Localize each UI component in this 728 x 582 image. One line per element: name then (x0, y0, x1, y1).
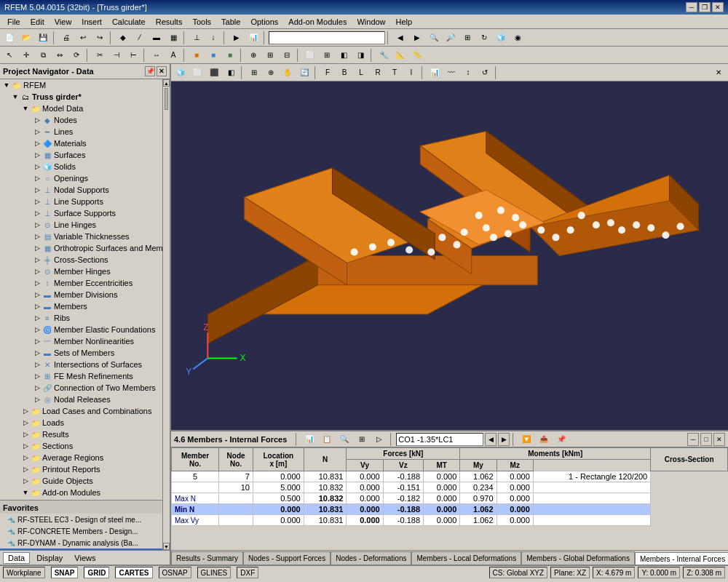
sec-expand[interactable]: ▷ (20, 441, 31, 451)
vt-front[interactable]: F (320, 65, 336, 80)
vt-deform[interactable]: 〰 (443, 65, 459, 80)
tree-connection[interactable]: ▷ 🔗 Connection of Two Members (0, 382, 162, 394)
close-button[interactable]: ✕ (712, 2, 724, 12)
cs-expand[interactable]: ▷ (32, 255, 42, 265)
toolbar2-copy[interactable]: ⧉ (35, 48, 51, 63)
toolbar-print[interactable]: 🖨 (58, 31, 74, 45)
toolbar-save[interactable]: 💾 (35, 31, 51, 45)
toolbar2-dim[interactable]: ↔ (149, 48, 165, 63)
tree-mem-elastic[interactable]: ▷ 🌀 Member Elastic Foundations (0, 324, 162, 335)
toolbar-nodes[interactable]: ◆ (115, 31, 131, 45)
bt-close[interactable]: ✕ (713, 433, 725, 446)
int-expand[interactable]: ▷ (32, 359, 42, 370)
ar-expand[interactable]: ▷ (20, 453, 31, 463)
model-expand[interactable]: ▼ (20, 103, 31, 113)
tab-nodes-support[interactable]: Nodes - Support Forces (243, 551, 331, 565)
scroll-down-btn[interactable]: ▼ (163, 543, 170, 550)
tree-var-thick[interactable]: ▷ ▤ Variable Thicknesses (0, 231, 162, 242)
toolbar2-view4[interactable]: ◨ (352, 48, 368, 63)
status-dxf[interactable]: DXF (237, 567, 258, 578)
tree-truss[interactable]: ▼ 🗂 Truss girder* (0, 91, 162, 103)
table-row[interactable]: 5 7 0.000 10.831 0.000 -0.188 0.000 1.06… (172, 471, 728, 482)
scroll-up-btn[interactable]: ▲ (163, 79, 170, 87)
surf-expand[interactable]: ▷ (32, 150, 42, 160)
vt-render-mode[interactable]: 🧊 (173, 65, 189, 80)
am-expand[interactable]: ▼ (20, 487, 31, 498)
tree-materials[interactable]: ▷ 🔷 Materials (0, 137, 162, 149)
toolbar2-color2[interactable]: ■ (205, 48, 221, 63)
status-glines[interactable]: GLINES (197, 567, 232, 578)
bt-btn1[interactable]: 📊 (301, 432, 317, 447)
lc-expand[interactable]: ▷ (20, 406, 31, 416)
vt-hidden[interactable]: ◧ (223, 65, 239, 80)
tree-sets-members[interactable]: ▷ ▬ Sets of Members (0, 347, 162, 359)
toolbar2-grid[interactable]: ⊞ (262, 48, 278, 63)
tree-nodal-supports[interactable]: ▷ ⊥ Nodal Supports (0, 184, 162, 196)
vt-top[interactable]: T (387, 65, 403, 80)
toolbar2-extend[interactable]: ⊢ (125, 48, 141, 63)
fav-rfsteel-ec3[interactable]: 🔩 RF-STEEL EC3 - Design of steel me... (0, 514, 162, 525)
solids-expand[interactable]: ▷ (32, 162, 42, 172)
ss-expand[interactable]: ▷ (32, 208, 42, 218)
vt-zoom-all[interactable]: ⊞ (246, 65, 262, 80)
nav-tab-views[interactable]: Views (69, 552, 100, 564)
mat-expand[interactable]: ▷ (32, 138, 42, 148)
mef-expand[interactable]: ▷ (32, 324, 42, 335)
toolbar2-mirror[interactable]: ⇔ (52, 48, 68, 63)
menu-table[interactable]: Table (217, 16, 245, 28)
sm-expand[interactable]: ▷ (32, 348, 42, 358)
table-row-min-n[interactable]: Min N 0.000 10.831 0.000 -0.188 0.000 1.… (172, 504, 728, 515)
status-grid[interactable]: GRID (84, 567, 109, 578)
toolbar2-more3[interactable]: 📏 (409, 48, 425, 63)
ls-expand[interactable]: ▷ (32, 196, 42, 207)
tree-ribs[interactable]: ▷ ≡ Ribs (0, 312, 162, 324)
toolbar-nav-fwd[interactable]: ▶ (409, 31, 425, 45)
fav-rfdynam[interactable]: 🔩 RF-DYNAM - Dynamic analysis (Ba... (0, 537, 162, 549)
tree-mem-nonlin[interactable]: ▷ 〰 Member Nonlinearities (0, 335, 162, 347)
nav-tab-display[interactable]: Display (31, 552, 68, 564)
toolbar-zoom2[interactable]: 🔎 (443, 31, 459, 45)
toolbar-redo[interactable]: ↪ (92, 31, 108, 45)
nav-pin-btn[interactable]: 📌 (145, 66, 155, 76)
lh-expand[interactable]: ▷ (32, 220, 42, 230)
mnl-expand[interactable]: ▷ (32, 336, 42, 346)
toolbar-render[interactable]: ◉ (510, 31, 526, 45)
toolbar2-label[interactable]: A (165, 48, 181, 63)
tree-lines[interactable]: ▷ ━ Lines (0, 126, 162, 137)
bt-filter[interactable]: 🔽 (518, 432, 534, 447)
toolbar2-select[interactable]: ↖ (1, 48, 17, 63)
menu-file[interactable]: File (3, 16, 25, 28)
ribs-expand[interactable]: ▷ (32, 313, 42, 323)
nav-tab-data[interactable]: Data (3, 552, 30, 564)
tree-member-ecc[interactable]: ▷ ↕ Member Eccentricities (0, 277, 162, 289)
bt-export[interactable]: 📤 (536, 432, 552, 447)
bt-btn4[interactable]: ⊞ (354, 432, 370, 447)
toolbar-undo[interactable]: ↩ (75, 31, 91, 45)
menu-edit[interactable]: Edit (26, 16, 49, 28)
vt-back[interactable]: B (336, 65, 352, 80)
toolbar-supports[interactable]: ⊥ (189, 31, 205, 45)
tree-line-supports[interactable]: ▷ ⊥ Line Supports (0, 196, 162, 207)
menu-addon[interactable]: Add-on Modules (284, 16, 351, 28)
vt-right[interactable]: R (370, 65, 386, 80)
tree-scrollbar[interactable]: ▲ ▼ (162, 79, 170, 550)
vt-pan[interactable]: ✋ (280, 65, 296, 80)
toolbar2-view3[interactable]: ◧ (336, 48, 352, 63)
table-row[interactable]: Max N 0.500 10.832 0.000 -0.182 0.000 0.… (172, 493, 728, 504)
bt-minimize[interactable]: ─ (687, 433, 699, 446)
pr-expand[interactable]: ▷ (20, 464, 31, 474)
bt-btn3[interactable]: 🔍 (336, 432, 352, 447)
toolbar2-rotate2[interactable]: ⟳ (68, 48, 84, 63)
viewport[interactable]: X Z Y (171, 81, 728, 430)
tree-surface-supports[interactable]: ▷ ⊥ Surface Supports (0, 207, 162, 219)
restore-button[interactable]: ❐ (699, 2, 711, 12)
nav-close-btn[interactable]: ✕ (157, 66, 167, 76)
tree-nodes[interactable]: ▷ ◆ Nodes (0, 114, 162, 126)
table-row[interactable]: Max Vy 0.000 10.831 0.000 -0.188 0.000 1… (172, 515, 728, 526)
bt-btn5[interactable]: ▷ (371, 432, 387, 447)
tree-sections[interactable]: ▷ 📁 Sections (0, 440, 162, 452)
tree-loads[interactable]: ▷ 📁 Loads (0, 417, 162, 428)
toolbar2-workplane[interactable]: ⊟ (279, 48, 295, 63)
toolbar2-trim[interactable]: ⊣ (108, 48, 124, 63)
go-expand[interactable]: ▷ (20, 476, 31, 486)
